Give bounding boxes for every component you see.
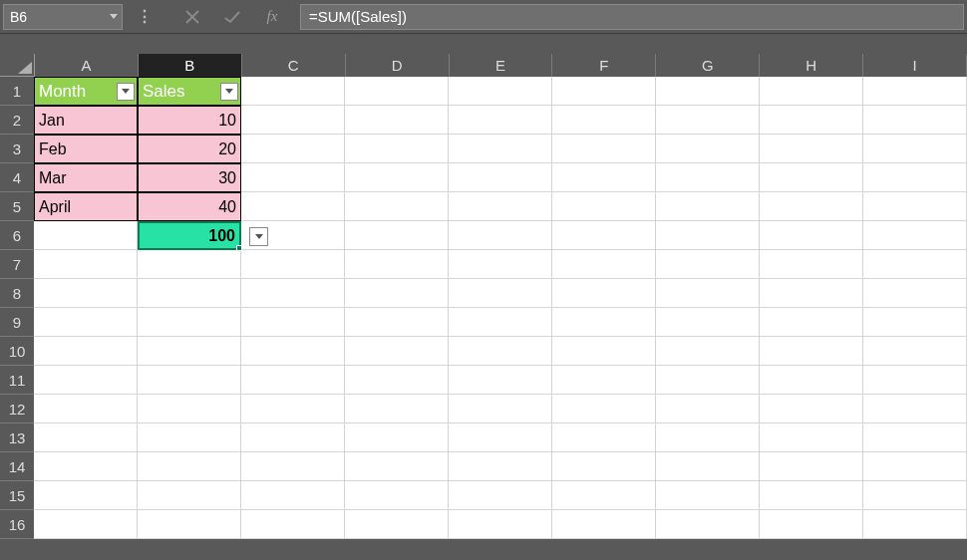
cell[interactable]: [863, 279, 967, 308]
cell[interactable]: 10: [138, 106, 241, 135]
cell[interactable]: [760, 106, 863, 135]
cell[interactable]: [656, 452, 760, 481]
cell[interactable]: [760, 221, 863, 250]
cell[interactable]: 20: [138, 135, 241, 163]
row-header-5[interactable]: 5: [0, 192, 34, 221]
column-header-d[interactable]: D: [346, 54, 450, 77]
cell[interactable]: [449, 452, 552, 481]
cell[interactable]: [449, 279, 552, 308]
cell[interactable]: [345, 135, 449, 163]
row-header-4[interactable]: 4: [0, 163, 34, 192]
cell[interactable]: [760, 192, 863, 221]
cell[interactable]: [552, 452, 656, 481]
cell[interactable]: Feb: [34, 135, 138, 163]
cell[interactable]: [138, 395, 241, 423]
cell[interactable]: [863, 250, 967, 279]
cell[interactable]: [656, 135, 760, 163]
cell[interactable]: [241, 77, 345, 106]
cell[interactable]: [34, 308, 138, 337]
cell[interactable]: [656, 423, 760, 452]
cell[interactable]: [449, 510, 552, 539]
row-header-1[interactable]: 1: [0, 77, 34, 106]
cell[interactable]: [34, 395, 138, 423]
cell[interactable]: [760, 77, 863, 106]
row-header-11[interactable]: 11: [0, 366, 34, 395]
cell[interactable]: [241, 250, 345, 279]
cell[interactable]: [863, 510, 967, 539]
cell[interactable]: [449, 221, 552, 250]
cell[interactable]: [345, 106, 449, 135]
cell[interactable]: [138, 250, 241, 279]
cancel-button[interactable]: [172, 4, 212, 30]
cell[interactable]: [552, 337, 656, 366]
cell[interactable]: [552, 366, 656, 395]
row-header-15[interactable]: 15: [0, 481, 34, 510]
cell[interactable]: [449, 77, 552, 106]
cell[interactable]: 30: [138, 163, 241, 192]
cell[interactable]: Sales: [138, 77, 241, 106]
cell[interactable]: [241, 452, 345, 481]
cell[interactable]: [138, 279, 241, 308]
row-header-7[interactable]: 7: [0, 250, 34, 279]
cell[interactable]: [760, 135, 863, 163]
cell[interactable]: [552, 106, 656, 135]
filter-dropdown-icon[interactable]: [117, 83, 135, 101]
cell[interactable]: [863, 221, 967, 250]
cell[interactable]: [449, 135, 552, 163]
select-all-corner[interactable]: [0, 54, 35, 77]
cell[interactable]: [138, 337, 241, 366]
cell[interactable]: [241, 279, 345, 308]
cell[interactable]: [863, 337, 967, 366]
cell[interactable]: [241, 163, 345, 192]
cell[interactable]: [863, 452, 967, 481]
cell[interactable]: [656, 106, 760, 135]
column-header-h[interactable]: H: [760, 54, 863, 77]
cell[interactable]: [345, 77, 449, 106]
column-header-g[interactable]: G: [656, 54, 760, 77]
cell[interactable]: [138, 366, 241, 395]
cell[interactable]: [760, 337, 863, 366]
cell[interactable]: [449, 481, 552, 510]
cell[interactable]: [345, 279, 449, 308]
filter-dropdown-icon[interactable]: [220, 83, 238, 101]
cell[interactable]: [345, 221, 449, 250]
cell[interactable]: [656, 250, 760, 279]
cell[interactable]: Jan: [34, 106, 138, 135]
cell[interactable]: [449, 395, 552, 423]
cell[interactable]: [345, 481, 449, 510]
cell[interactable]: [138, 308, 241, 337]
cell[interactable]: [760, 308, 863, 337]
cell[interactable]: [552, 510, 656, 539]
cell[interactable]: [760, 452, 863, 481]
cell-grid[interactable]: MonthSalesJan10Feb20Mar30April40100: [34, 77, 967, 539]
cell[interactable]: [863, 192, 967, 221]
cell[interactable]: [138, 452, 241, 481]
confirm-button[interactable]: [212, 4, 252, 30]
cell[interactable]: [863, 308, 967, 337]
cell[interactable]: [552, 250, 656, 279]
row-header-12[interactable]: 12: [0, 395, 34, 423]
cell[interactable]: [552, 481, 656, 510]
cell[interactable]: [241, 337, 345, 366]
column-header-e[interactable]: E: [450, 54, 553, 77]
cell[interactable]: [863, 163, 967, 192]
cell[interactable]: [552, 77, 656, 106]
cell[interactable]: [760, 395, 863, 423]
cell[interactable]: [656, 308, 760, 337]
cell[interactable]: [760, 366, 863, 395]
row-header-9[interactable]: 9: [0, 308, 34, 337]
cell[interactable]: [241, 510, 345, 539]
cell[interactable]: [552, 395, 656, 423]
cell[interactable]: [552, 163, 656, 192]
cell[interactable]: April: [34, 192, 138, 221]
cell[interactable]: [241, 423, 345, 452]
cell[interactable]: [760, 163, 863, 192]
dropdown-icon[interactable]: [110, 13, 118, 21]
cell[interactable]: [34, 221, 138, 250]
cell[interactable]: [138, 221, 241, 250]
cell[interactable]: [34, 337, 138, 366]
cell[interactable]: [552, 221, 656, 250]
cell[interactable]: [345, 192, 449, 221]
cell[interactable]: [138, 510, 241, 539]
cell[interactable]: [552, 308, 656, 337]
